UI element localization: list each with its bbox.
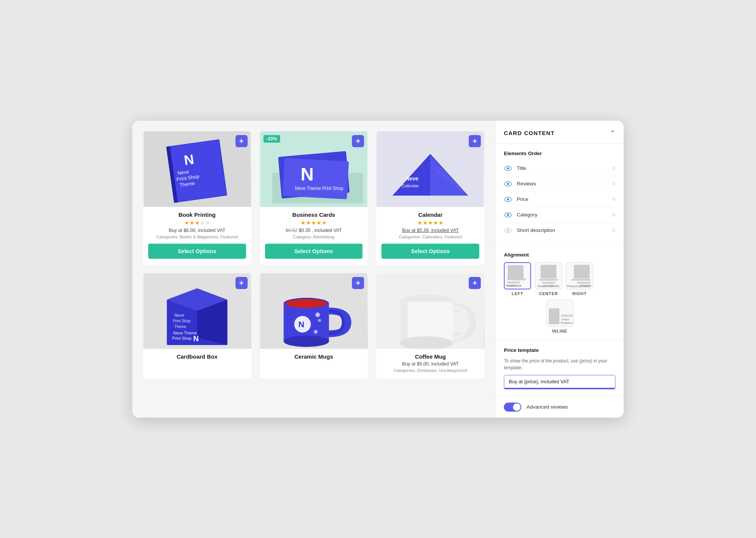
collapse-button[interactable]: ⌃	[610, 129, 615, 137]
star2: ★	[423, 219, 428, 226]
star4: ★	[433, 219, 438, 226]
align-option-center[interactable]: Product CENTER CENTER	[535, 262, 562, 296]
align-preview-inline: Product 225	[546, 300, 573, 327]
eye-icon-title[interactable]	[504, 164, 512, 173]
product-price-book: Buy at $6.00, included VAT	[169, 228, 226, 233]
svg-text:N: N	[298, 320, 304, 329]
svg-rect-2	[168, 140, 226, 202]
price-template-section: Price template To show the price of the …	[496, 341, 624, 397]
product-image-coffee: +	[376, 273, 485, 349]
product-image-biz: N Neve Theme Print Shop + -33%	[260, 131, 368, 207]
product-image-box: Neve Print Shop Theme Neve Theme Print S…	[143, 273, 251, 349]
svg-text:Neve Theme Print Shop: Neve Theme Print Shop	[295, 186, 343, 191]
align-option-right[interactable]: Product 225 RIGHT RIGHT	[566, 262, 593, 296]
alignment-options: Product 225 LEFT Product CENTER	[504, 262, 615, 296]
element-row-category: Category ≡	[504, 207, 615, 223]
svg-point-43	[318, 319, 321, 322]
element-name-title: Title	[517, 165, 607, 171]
elements-order-label: Elements Order	[504, 151, 615, 156]
main-window: N Neve Print Shop Theme + Book Printing …	[132, 121, 624, 418]
select-options-cal[interactable]: Select Options	[381, 244, 479, 259]
eye-icon-price[interactable]	[504, 195, 512, 204]
star3: ★	[428, 219, 433, 226]
product-card-body-coffee: Coffee Mug Buy at $5.00, included VAT Ca…	[376, 349, 485, 379]
price-template-input-wrap	[504, 375, 615, 389]
svg-point-59	[507, 229, 509, 232]
product-category-biz: Category: Advertising	[293, 235, 334, 239]
add-coffee-button[interactable]: +	[469, 277, 481, 289]
product-image-cal: Neve Calendar +	[376, 131, 485, 207]
drag-handle-reviews[interactable]: ≡	[612, 180, 615, 187]
product-card-body-cal: Calendar ★ ★ ★ ★ ★ Buy at $5.39, include…	[376, 207, 485, 265]
product-card-biz: N Neve Theme Print Shop + -33% Business …	[260, 131, 368, 265]
product-price-cal: Buy at $5.39, included VAT	[402, 228, 459, 233]
element-row-short-desc: Short description ≡	[504, 223, 615, 238]
element-name-short-desc: Short description	[517, 227, 607, 233]
eye-icon-category[interactable]	[504, 211, 512, 219]
star5: ★	[438, 219, 443, 226]
right-panel: CARD CONTENT ⌃ Elements Order Title ≡	[495, 121, 624, 418]
svg-point-51	[507, 167, 509, 169]
select-options-book[interactable]: Select Options	[148, 244, 246, 259]
drag-handle-price[interactable]: ≡	[612, 196, 615, 203]
svg-point-44	[314, 330, 318, 334]
product-card-body-mug: Ceramic Mugs	[260, 349, 368, 366]
product-card-box: Neve Print Shop Theme Neve Theme Print S…	[143, 273, 251, 379]
eye-icon-short-desc[interactable]	[504, 226, 512, 235]
discount-badge-biz: -33%	[263, 135, 280, 143]
advanced-reviews-row: Advanced reviews	[496, 397, 624, 418]
svg-text:Print Shop: Print Shop	[173, 319, 191, 323]
product-title-book: Book Printing	[178, 211, 215, 218]
old-price-biz: $0.52	[286, 228, 297, 233]
advanced-reviews-toggle[interactable]	[504, 403, 521, 412]
add-biz-button[interactable]: +	[352, 135, 364, 147]
element-row-price: Price ≡	[504, 192, 615, 207]
eye-icon-reviews[interactable]	[504, 180, 512, 188]
price-template-label: Price template	[504, 347, 615, 353]
align-option-left[interactable]: Product 225 LEFT	[504, 262, 531, 296]
product-title-biz: Business Cards	[292, 211, 335, 218]
align-option-inline[interactable]: Product 225 INLINE	[504, 300, 615, 333]
element-name-reviews: Reviews	[517, 181, 607, 187]
align-label-inline: INLINE	[552, 329, 567, 333]
add-box-button[interactable]: +	[235, 277, 248, 289]
svg-point-57	[507, 214, 509, 216]
alignment-section: Alignment Product 225 LEFT	[496, 245, 624, 341]
star4: ★	[200, 219, 205, 226]
price-template-input[interactable]	[504, 375, 615, 388]
star1: ★	[417, 219, 422, 226]
product-title-box: Cardboard Box	[177, 353, 217, 360]
svg-text:Theme: Theme	[174, 325, 186, 329]
product-card-body-biz: Business Cards ★ ★ ★ ★ ★ $0.52 $0.35 , i…	[260, 207, 368, 265]
product-grid-area: N Neve Print Shop Theme + Book Printing …	[132, 121, 495, 418]
element-row-title: Title ≡	[504, 161, 615, 176]
star5: ★	[205, 219, 210, 226]
star1: ★	[184, 219, 189, 226]
drag-handle-title[interactable]: ≡	[612, 165, 615, 172]
product-price-coffee: Buy at $5.00, included VAT	[402, 361, 459, 367]
drag-handle-short-desc[interactable]: ≡	[612, 227, 615, 234]
price-template-underline	[504, 388, 615, 389]
add-book-button[interactable]: +	[235, 135, 248, 147]
vat-label-biz: , included VAT	[312, 228, 342, 233]
product-image-mug: N +	[260, 273, 368, 349]
add-cal-button[interactable]: +	[469, 135, 481, 147]
drag-handle-category[interactable]: ≡	[612, 211, 615, 218]
product-title-coffee: Coffee Mug	[415, 353, 446, 360]
star2: ★	[189, 219, 194, 226]
align-preview-right: Product 225 RIGHT	[566, 262, 593, 289]
product-card-mug: N + Ceramic Mugs	[260, 273, 368, 379]
align-preview-center: Product CENTER	[535, 262, 562, 289]
price-template-description: To show the price of the product, use {p…	[504, 358, 615, 371]
advanced-reviews-label: Advanced reviews	[527, 404, 568, 410]
svg-text:Print Shop: Print Shop	[172, 336, 191, 341]
toggle-knob	[513, 403, 521, 411]
svg-point-39	[285, 299, 327, 308]
element-name-category: Category	[517, 212, 607, 218]
select-options-biz[interactable]: Select Options	[265, 244, 363, 259]
product-title-mug: Ceramic Mugs	[294, 353, 333, 360]
star3: ★	[195, 219, 200, 226]
align-option-inline-wrap: Product 225 INLINE	[504, 300, 615, 333]
add-mug-button[interactable]: +	[352, 277, 364, 289]
product-stars-biz: ★ ★ ★ ★ ★	[301, 219, 327, 226]
